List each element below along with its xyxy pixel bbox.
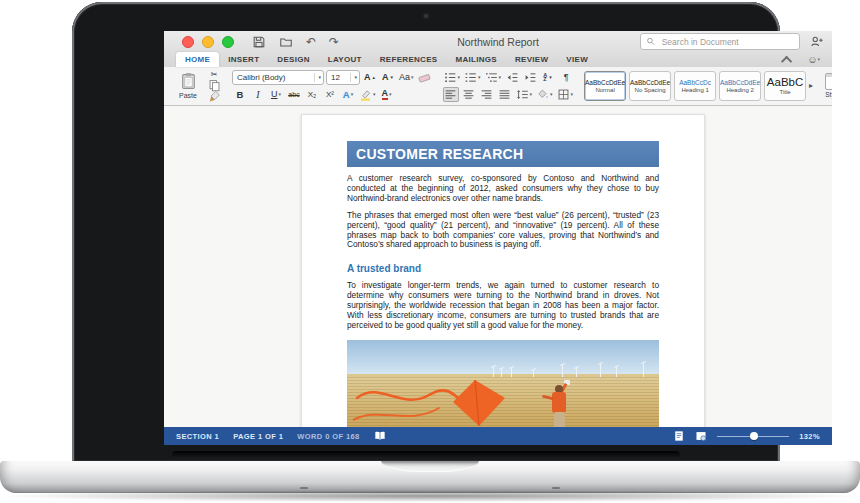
drop-shadow bbox=[4, 490, 856, 502]
hinge bbox=[172, 451, 680, 459]
align-left-icon bbox=[444, 88, 457, 101]
ribbon-tabs: HOME INSERT DESIGN LAYOUT REFERENCES MAI… bbox=[164, 52, 832, 67]
grow-font-button[interactable]: A▲ bbox=[362, 70, 378, 85]
feedback-smiley-icon[interactable]: ☺▾ bbox=[807, 55, 820, 65]
line-spacing-button[interactable]: ▾ bbox=[515, 87, 534, 102]
italic-button[interactable]: I bbox=[250, 87, 266, 102]
paragraph-3[interactable]: To investigate longer-term trends, we ag… bbox=[347, 281, 659, 331]
paragraph-2[interactable]: The phrases that emerged most often were… bbox=[347, 211, 659, 251]
search-box[interactable] bbox=[640, 33, 800, 50]
styles-pane-button[interactable]: ¶ Styles bbox=[825, 73, 832, 98]
redo-icon[interactable]: ↷ bbox=[329, 36, 339, 48]
zoom-slider[interactable] bbox=[717, 431, 789, 441]
tab-mailings[interactable]: MAILINGS bbox=[446, 52, 506, 67]
zoom-level[interactable]: 132% bbox=[799, 432, 820, 441]
decrease-indent-button[interactable] bbox=[504, 70, 520, 85]
justify-button[interactable] bbox=[497, 87, 513, 102]
eraser-icon bbox=[418, 71, 431, 84]
numbered-list-button[interactable]: ▾ bbox=[463, 70, 482, 85]
open-folder-icon[interactable] bbox=[279, 35, 293, 49]
cut-button[interactable]: ✂ bbox=[206, 70, 222, 80]
paste-button[interactable]: Paste bbox=[172, 69, 204, 102]
web-layout-view-icon[interactable] bbox=[695, 430, 707, 442]
save-icon[interactable] bbox=[252, 35, 266, 49]
wind-turbine bbox=[562, 365, 563, 377]
copy-button[interactable] bbox=[206, 81, 222, 91]
document-workspace: CUSTOMER RESEARCH A customer research su… bbox=[164, 106, 832, 427]
shading-button[interactable]: ▾ bbox=[535, 87, 554, 102]
style-normal[interactable]: AaBbCcDdEe Normal bbox=[584, 71, 626, 101]
multilevel-list-button[interactable]: ▾ bbox=[484, 70, 503, 85]
zoom-slider-thumb[interactable] bbox=[750, 432, 758, 440]
increase-indent-button[interactable] bbox=[522, 70, 538, 85]
search-icon bbox=[646, 36, 656, 47]
inline-photo-kite-field[interactable] bbox=[347, 340, 659, 427]
orange-kite bbox=[353, 368, 533, 427]
search-input[interactable] bbox=[660, 36, 794, 48]
underline-button[interactable]: U▾ bbox=[268, 87, 284, 102]
tab-design[interactable]: DESIGN bbox=[268, 52, 318, 67]
tab-layout[interactable]: LAYOUT bbox=[319, 52, 371, 67]
font-size-select[interactable]: 12▾ bbox=[326, 70, 360, 85]
tab-references[interactable]: REFERENCES bbox=[371, 52, 447, 67]
document-page[interactable]: CUSTOMER RESEARCH A customer research su… bbox=[301, 114, 705, 427]
tab-view[interactable]: VIEW bbox=[557, 52, 597, 67]
status-word-count[interactable]: WORD 0 OF 168 bbox=[297, 432, 359, 441]
wind-turbine bbox=[600, 364, 601, 377]
base-detail bbox=[552, 487, 560, 489]
chevron-down-icon: ▾ bbox=[350, 73, 357, 82]
text-effects-button[interactable]: A▾ bbox=[340, 87, 356, 102]
shrink-font-button[interactable]: A▼ bbox=[380, 70, 396, 85]
close-button[interactable] bbox=[182, 36, 194, 48]
laptop-lid: ↶ ↷ Northwind Report HOME INSERT bbox=[72, 2, 780, 463]
numbered-list-icon bbox=[464, 71, 477, 84]
gallery-more-icon[interactable]: ▸ bbox=[809, 81, 813, 90]
multilevel-list-icon bbox=[485, 71, 498, 84]
align-right-button[interactable] bbox=[479, 87, 495, 102]
base-detail bbox=[300, 487, 308, 489]
sort-button[interactable]: AZ▼ bbox=[540, 70, 556, 85]
align-left-button[interactable] bbox=[443, 87, 459, 102]
style-heading-1[interactable]: AaBbCcDc Heading 1 bbox=[674, 71, 716, 101]
proofing-book-icon[interactable] bbox=[374, 430, 386, 442]
print-layout-view-icon[interactable] bbox=[673, 430, 685, 442]
subscript-button[interactable]: X₂ bbox=[304, 87, 320, 102]
sort-az-icon: AZ bbox=[543, 73, 547, 82]
style-no-spacing[interactable]: AaBbCcDdEe No Spacing bbox=[629, 71, 671, 101]
borders-grid-icon bbox=[557, 88, 570, 101]
bold-button[interactable]: B bbox=[232, 87, 248, 102]
change-case-button[interactable]: Aa▾ bbox=[398, 70, 415, 85]
section-heading[interactable]: A trusted brand bbox=[347, 263, 659, 274]
clear-formatting-button[interactable] bbox=[417, 70, 433, 85]
style-title[interactable]: AaBbC Title bbox=[764, 71, 806, 101]
align-center-button[interactable] bbox=[461, 87, 477, 102]
collapse-ribbon-icon[interactable] bbox=[781, 56, 792, 67]
bullet-list-button[interactable]: ▾ bbox=[443, 70, 462, 85]
superscript-button[interactable]: X² bbox=[322, 87, 338, 102]
status-bar: SECTION 1 PAGE 1 OF 1 WORD 0 OF 168 132% bbox=[164, 427, 832, 445]
line-spacing-icon bbox=[516, 88, 529, 101]
minimize-button[interactable] bbox=[202, 36, 214, 48]
status-page: PAGE 1 OF 1 bbox=[233, 432, 283, 441]
font-group: Calibri (Body)▾ 12▾ A▲ A▼ Aa▾ B bbox=[232, 70, 433, 102]
show-paragraph-marks-button[interactable]: ¶ bbox=[558, 70, 574, 85]
outdent-icon bbox=[506, 71, 519, 84]
lid-notch bbox=[381, 461, 479, 472]
format-painter-button[interactable] bbox=[206, 92, 222, 102]
style-heading-2[interactable]: AaBbCcDdEe Heading 2 bbox=[719, 71, 761, 101]
fullscreen-button[interactable] bbox=[222, 36, 234, 48]
font-name-select[interactable]: Calibri (Body)▾ bbox=[232, 70, 324, 85]
font-color-button[interactable]: A▾ bbox=[379, 87, 395, 102]
share-person-icon[interactable] bbox=[810, 35, 824, 49]
borders-button[interactable]: ▾ bbox=[556, 87, 575, 102]
undo-icon[interactable]: ↶ bbox=[306, 36, 316, 48]
paragraph-1[interactable]: A customer research survey, co-sponsored… bbox=[347, 174, 659, 204]
align-center-icon bbox=[462, 88, 475, 101]
highlight-button[interactable]: ▾ bbox=[358, 87, 377, 102]
strikethrough-button[interactable]: abc bbox=[286, 87, 302, 102]
tab-insert[interactable]: INSERT bbox=[219, 52, 268, 67]
document-title-banner[interactable]: CUSTOMER RESEARCH bbox=[347, 141, 659, 167]
wind-turbine bbox=[533, 370, 534, 377]
tab-home[interactable]: HOME bbox=[176, 52, 219, 67]
tab-review[interactable]: REVIEW bbox=[506, 52, 557, 67]
